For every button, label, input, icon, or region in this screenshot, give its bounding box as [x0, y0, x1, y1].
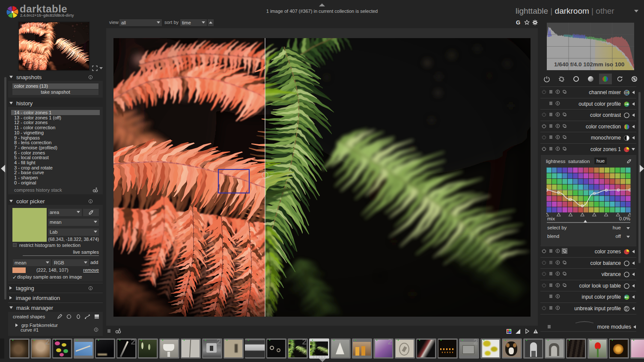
svg-text:1/640 f/4.0 102mm iso 100: 1/640 f/4.0 102mm iso 100 — [554, 61, 624, 68]
